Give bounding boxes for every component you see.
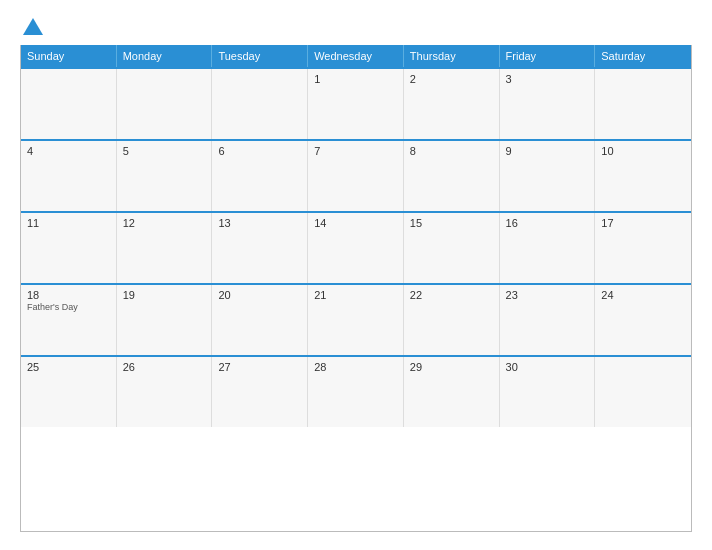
calendar-cell: 16 (500, 213, 596, 283)
calendar-cell (21, 69, 117, 139)
weekday-header-tuesday: Tuesday (212, 45, 308, 67)
calendar-cell: 6 (212, 141, 308, 211)
calendar-cell: 17 (595, 213, 691, 283)
calendar-cell: 26 (117, 357, 213, 427)
calendar-cell: 18Father's Day (21, 285, 117, 355)
day-number: 18 (27, 289, 110, 301)
calendar-week-1: 123 (21, 67, 691, 139)
day-number: 26 (123, 361, 206, 373)
day-number: 16 (506, 217, 589, 229)
calendar-week-2: 45678910 (21, 139, 691, 211)
logo (20, 18, 43, 37)
day-number: 28 (314, 361, 397, 373)
calendar-cell: 1 (308, 69, 404, 139)
calendar-cell: 14 (308, 213, 404, 283)
weekday-header-monday: Monday (117, 45, 213, 67)
calendar-cell: 20 (212, 285, 308, 355)
calendar-page: SundayMondayTuesdayWednesdayThursdayFrid… (0, 0, 712, 550)
day-number: 15 (410, 217, 493, 229)
calendar-cell: 8 (404, 141, 500, 211)
calendar-cell: 10 (595, 141, 691, 211)
day-number: 10 (601, 145, 685, 157)
day-number: 12 (123, 217, 206, 229)
calendar-week-5: 252627282930 (21, 355, 691, 427)
day-number: 20 (218, 289, 301, 301)
day-number: 19 (123, 289, 206, 301)
weekday-header-sunday: Sunday (21, 45, 117, 67)
event-label: Father's Day (27, 302, 110, 312)
calendar-cell: 13 (212, 213, 308, 283)
weekday-header-saturday: Saturday (595, 45, 691, 67)
day-number: 8 (410, 145, 493, 157)
day-number: 23 (506, 289, 589, 301)
calendar-cell: 29 (404, 357, 500, 427)
day-number: 22 (410, 289, 493, 301)
calendar-cell: 7 (308, 141, 404, 211)
day-number: 29 (410, 361, 493, 373)
calendar-body: 123456789101112131415161718Father's Day1… (21, 67, 691, 427)
day-number: 9 (506, 145, 589, 157)
day-number: 17 (601, 217, 685, 229)
calendar-cell: 30 (500, 357, 596, 427)
day-number: 4 (27, 145, 110, 157)
calendar-cell (595, 357, 691, 427)
calendar-cell: 15 (404, 213, 500, 283)
logo-triangle-icon (23, 18, 43, 35)
calendar-cell: 5 (117, 141, 213, 211)
day-number: 14 (314, 217, 397, 229)
calendar-cell: 2 (404, 69, 500, 139)
calendar-cell: 22 (404, 285, 500, 355)
calendar-cell: 28 (308, 357, 404, 427)
day-number: 27 (218, 361, 301, 373)
calendar-header: SundayMondayTuesdayWednesdayThursdayFrid… (21, 45, 691, 67)
header (20, 18, 692, 37)
weekday-header-wednesday: Wednesday (308, 45, 404, 67)
day-number: 21 (314, 289, 397, 301)
day-number: 2 (410, 73, 493, 85)
day-number: 5 (123, 145, 206, 157)
calendar-cell: 11 (21, 213, 117, 283)
calendar-cell: 27 (212, 357, 308, 427)
calendar-week-3: 11121314151617 (21, 211, 691, 283)
calendar-cell: 9 (500, 141, 596, 211)
calendar-cell: 21 (308, 285, 404, 355)
calendar-week-4: 18Father's Day192021222324 (21, 283, 691, 355)
day-number: 3 (506, 73, 589, 85)
calendar-cell: 24 (595, 285, 691, 355)
weekday-header-thursday: Thursday (404, 45, 500, 67)
day-number: 24 (601, 289, 685, 301)
calendar: SundayMondayTuesdayWednesdayThursdayFrid… (20, 45, 692, 532)
day-number: 7 (314, 145, 397, 157)
calendar-cell: 19 (117, 285, 213, 355)
calendar-cell (595, 69, 691, 139)
calendar-cell (117, 69, 213, 139)
day-number: 25 (27, 361, 110, 373)
calendar-cell: 25 (21, 357, 117, 427)
calendar-cell: 23 (500, 285, 596, 355)
day-number: 13 (218, 217, 301, 229)
calendar-cell: 12 (117, 213, 213, 283)
calendar-cell: 3 (500, 69, 596, 139)
calendar-cell: 4 (21, 141, 117, 211)
day-number: 1 (314, 73, 397, 85)
day-number: 11 (27, 217, 110, 229)
day-number: 6 (218, 145, 301, 157)
day-number: 30 (506, 361, 589, 373)
calendar-cell (212, 69, 308, 139)
weekday-header-friday: Friday (500, 45, 596, 67)
